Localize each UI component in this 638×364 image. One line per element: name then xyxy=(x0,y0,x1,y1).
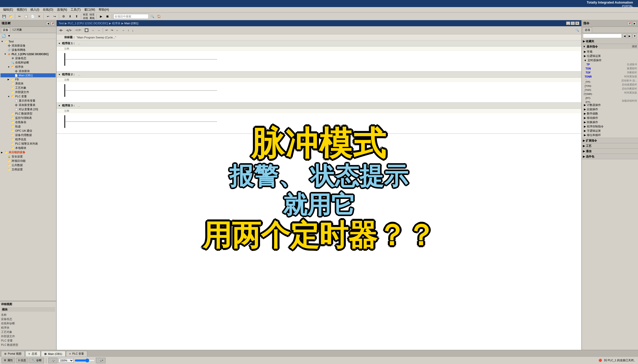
win-minimize-btn[interactable]: _ xyxy=(566,21,570,25)
tree-item-trace[interactable]: 📁 轨迹 xyxy=(1,124,56,129)
zoom-slider[interactable] xyxy=(75,358,95,362)
tree-item-alarms[interactable]: 📁 PLC 报警文本列表 xyxy=(1,142,56,146)
menu-online[interactable]: 在线(O) xyxy=(41,7,55,12)
menu-help[interactable]: 帮助(H) xyxy=(97,7,111,12)
start-button[interactable]: ▶ xyxy=(98,14,104,19)
win-restore-btn[interactable]: □ xyxy=(571,21,575,25)
subcategory-compare[interactable]: ▶ 比较操作 xyxy=(582,107,638,111)
instr-tp[interactable]: TP 生成脉冲 xyxy=(582,62,638,66)
go-online-button[interactable]: 转至在线 xyxy=(82,14,89,19)
instr-tof[interactable]: TOF 关断延时 xyxy=(582,71,638,75)
tree-item-main-ob1[interactable]: 📄 Main [OB1] xyxy=(1,73,56,77)
tree-item-device-config[interactable]: ⚙ 设备组态 xyxy=(1,56,56,60)
go-offline-button[interactable]: 转至离线 xyxy=(89,14,95,19)
instr-ton[interactable]: TON 接通延时 xyxy=(582,66,638,71)
properties-btn[interactable]: ⚙ 属性 xyxy=(2,358,15,363)
lad-move-right-btn[interactable]: → xyxy=(121,27,126,33)
lad-move-up-btn[interactable]: ↑ xyxy=(126,27,131,33)
tree-item-local-modules[interactable]: 📁 本地模块 xyxy=(1,146,56,150)
delete-button[interactable]: ✕ xyxy=(36,14,42,19)
section-tech-header[interactable]: ▶ 工艺 xyxy=(582,143,638,148)
tree-item-default-vartable[interactable]: 📋 对认变量表 [33] xyxy=(1,107,56,111)
subcategory-prog-control[interactable]: ▶ 程序控制指令 xyxy=(582,124,638,129)
section-comm-header[interactable]: ▶ 通信 xyxy=(582,149,638,154)
subcategory-general[interactable]: ▶ 常规 xyxy=(582,50,638,54)
instr-collapse-btn[interactable]: ▶ xyxy=(632,22,636,25)
network-3-toggle[interactable]: ▼ xyxy=(58,104,60,107)
network-1-toggle[interactable]: ▼ xyxy=(58,42,60,45)
tree-item-fb[interactable]: ▶ 📁 FB xyxy=(1,77,56,81)
search-button[interactable]: 🔍 xyxy=(149,14,155,19)
open-button[interactable]: 📂 xyxy=(8,14,14,19)
sidebar-tab-objects[interactable]: I.J 对象 xyxy=(11,27,24,32)
info-btn[interactable]: ℹ 信息 xyxy=(16,358,28,363)
lad-move-down-btn[interactable]: ↓ xyxy=(131,27,135,33)
menu-window[interactable]: 窗口(W) xyxy=(83,7,97,12)
cut-button[interactable]: ✂ xyxy=(16,14,23,19)
tree-filter-btn[interactable]: ▼ xyxy=(7,34,12,38)
lad-contact-pos-btn[interactable]: ⊣↑⊢ xyxy=(74,27,83,33)
section-favorites-header[interactable]: ▶ 收藏夹 xyxy=(582,39,638,44)
sidebar-pin-btn[interactable]: 📌 xyxy=(51,22,55,25)
paste-button[interactable]: 📄 xyxy=(30,14,36,19)
lad-zoom-out-btn[interactable]: 🔍 xyxy=(574,27,580,33)
subcategory-word-logic[interactable]: ▶ 字逻辑运算 xyxy=(582,129,638,133)
instructions-search-next-btn[interactable]: ▶ xyxy=(627,34,632,38)
instructions-search-prev-btn[interactable]: ◀ xyxy=(622,34,627,38)
tree-item-show-all-vars[interactable]: 📋 显示所有变量 xyxy=(1,99,56,103)
tree-item-ext-sources[interactable]: 📁 外部源文件 xyxy=(1,90,56,94)
sidebar-collapse-btn[interactable]: ◀ xyxy=(46,22,50,25)
lad-branch-open-btn[interactable]: → xyxy=(90,27,96,33)
tree-refresh-btn[interactable]: 🔄 xyxy=(1,34,6,38)
tree-item-device-proxy[interactable]: 📁 设备代理数据 xyxy=(1,133,56,137)
tree-item-doc-settings[interactable]: 📁 文档设置 xyxy=(1,167,56,172)
tree-item-common-data[interactable]: 📁 公共数据 xyxy=(1,163,56,167)
tree-item-add-block[interactable]: ➕ 添加新块 xyxy=(1,69,56,73)
lad-move-left-btn[interactable]: ← xyxy=(115,27,120,33)
lad-coil-btn[interactable]: 🔲 xyxy=(83,27,90,33)
tree-item-add-device[interactable]: ➕ 添加新设备 xyxy=(1,43,56,48)
subcategory-timers[interactable]: ▼ 定时器操作 xyxy=(582,58,638,62)
tree-item-prog-info[interactable]: 📁 程序信息 xyxy=(1,137,56,142)
tree-item-cross-proj[interactable]: 📁 跨项目功能 xyxy=(1,159,56,163)
tree-item-opc-ua[interactable]: 📁 OPC UA 通信 xyxy=(1,129,56,133)
upload-button[interactable]: ⬆ xyxy=(74,14,80,19)
sidebar-tab-devices[interactable]: 设备 xyxy=(1,27,10,32)
diagnostics-btn[interactable]: 🔧 诊断 xyxy=(29,358,44,363)
subcategory-counters[interactable]: ▶ 计数器操作 xyxy=(582,103,638,107)
menu-view[interactable]: 视图(V) xyxy=(15,7,28,12)
bottom-tab-plc-vars[interactable]: ≡ PLC 变量 xyxy=(66,351,87,356)
lad-undo-btn[interactable]: ↩ xyxy=(104,27,109,33)
zoom-select[interactable]: 50% 75% 100% 125% 150% 200% xyxy=(58,358,74,363)
tree-item-add-var-table[interactable]: ➕ 添加新变量表 xyxy=(1,103,56,107)
section-extended-header[interactable]: ▶ 扩展指令 xyxy=(582,138,638,143)
save-button[interactable]: 💾 xyxy=(1,14,7,19)
tree-item-ungrouped[interactable]: ▶ 📁 未分组的设备 xyxy=(1,150,56,154)
instructions-tab-options[interactable]: 选项 xyxy=(583,27,592,32)
instr-pin-btn[interactable]: 📌 xyxy=(627,22,631,25)
subcategory-shift[interactable]: ▶ 移位和循环 xyxy=(582,133,638,137)
tree-item-online-diag[interactable]: 🔍 在线和诊断 xyxy=(1,60,56,65)
tree-item-sys-blocks[interactable]: 📁 系统块 xyxy=(1,81,56,86)
subcategory-bit-logic[interactable]: ▶ 位逻辑运算 xyxy=(582,54,638,58)
subcategory-convert[interactable]: ▶ 转换操作 xyxy=(582,120,638,124)
tree-item-plc-vars[interactable]: ▼ 📂 PLC 变量 xyxy=(1,94,56,99)
compile-button[interactable]: ⚙ xyxy=(60,14,67,19)
tree-item-tech-objects[interactable]: 📁 工艺对象 xyxy=(1,86,56,90)
tree-item-plc1[interactable]: ▼ 🖥 PLC_1 [CPU 1215C DC/DC/DC] xyxy=(1,52,56,56)
tree-item-network[interactable]: 🔗 设备和网络 xyxy=(1,48,56,52)
menu-options[interactable]: 选项(N) xyxy=(55,7,69,12)
bottom-tab-main-ob1[interactable]: ▦ Main (OB1) xyxy=(41,351,66,356)
instructions-search-filter-btn[interactable]: ▼ xyxy=(632,34,637,38)
network-2-toggle[interactable]: ▼ xyxy=(58,73,60,76)
menu-edit[interactable]: 编辑(E) xyxy=(2,7,15,12)
tree-item-monitor[interactable]: 📁 监控与强制表 xyxy=(1,116,56,120)
search-input[interactable] xyxy=(113,14,149,19)
lad-redo-btn[interactable]: ↪ xyxy=(110,27,114,33)
lad-branch-close-btn[interactable]: → xyxy=(96,27,101,33)
redo-button[interactable]: ↪ xyxy=(52,14,58,19)
zoom-out-btn[interactable]: 🔍- xyxy=(48,358,57,363)
menu-insert[interactable]: 插入(I) xyxy=(29,7,41,12)
stop-button[interactable]: ⏹ xyxy=(104,14,111,19)
instr-pt[interactable]: -(PT)- 加载持续时间 xyxy=(582,99,638,103)
